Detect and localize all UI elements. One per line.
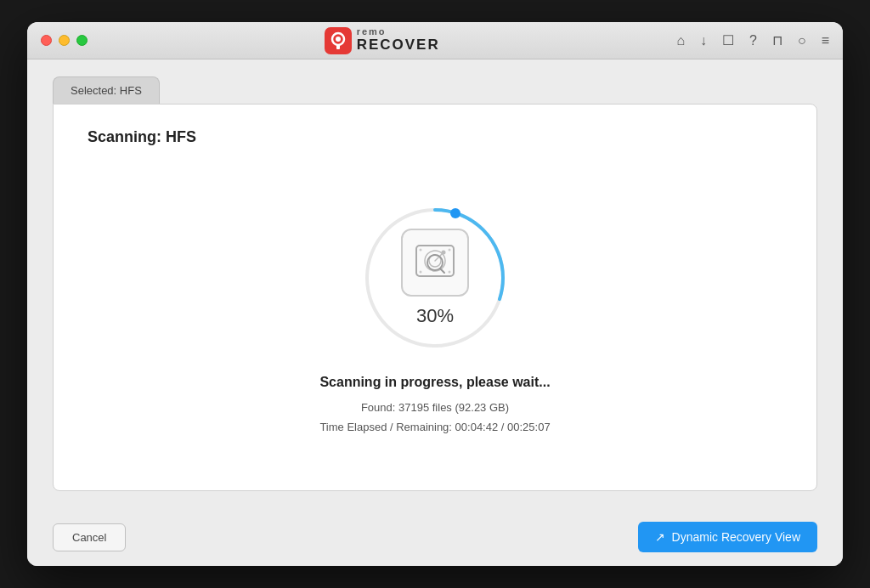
cancel-button[interactable]: Cancel bbox=[53, 523, 126, 551]
circle-inner: 30% bbox=[401, 229, 469, 327]
minimize-button[interactable] bbox=[59, 35, 70, 46]
menu-icon[interactable]: ≡ bbox=[822, 33, 829, 48]
time-label: Time Elapsed / Remaining: 00:04:42 / 00:… bbox=[319, 418, 550, 437]
tab-bar: Selected: HFS bbox=[53, 76, 817, 104]
svg-point-14 bbox=[449, 271, 451, 274]
progress-percent: 30% bbox=[416, 305, 454, 327]
main-window: remo RECOVER ⌂ ↓ ☐ ? ⊓ ○ ≡ Selected: HFS… bbox=[27, 22, 843, 566]
maximize-button[interactable] bbox=[76, 35, 88, 46]
svg-point-12 bbox=[449, 249, 451, 252]
progress-circle-container: 30% bbox=[359, 201, 511, 354]
home-icon[interactable]: ⌂ bbox=[676, 33, 685, 48]
stats-text: Found: 37195 files (92.23 GB) Time Elaps… bbox=[319, 399, 550, 436]
progress-area: 30% Scanning in progress, please wait...… bbox=[88, 172, 782, 466]
disk-icon bbox=[413, 240, 457, 285]
svg-point-11 bbox=[420, 249, 422, 252]
main-content: Selected: HFS Scanning: HFS bbox=[27, 59, 843, 508]
expand-icon: ↗ bbox=[655, 530, 665, 544]
help-icon[interactable]: ? bbox=[749, 33, 757, 48]
svg-rect-3 bbox=[336, 44, 340, 49]
svg-point-13 bbox=[420, 271, 422, 274]
svg-line-16 bbox=[440, 269, 444, 273]
app-logo-icon bbox=[325, 27, 352, 54]
save-icon[interactable]: ↓ bbox=[700, 33, 707, 48]
titlebar-actions: ⌂ ↓ ☐ ? ⊓ ○ ≡ bbox=[676, 32, 829, 48]
content-panel: Scanning: HFS bbox=[53, 104, 817, 491]
svg-point-2 bbox=[336, 37, 341, 42]
selected-tab[interactable]: Selected: HFS bbox=[53, 76, 160, 104]
close-button[interactable] bbox=[41, 35, 52, 46]
titlebar: remo RECOVER ⌂ ↓ ☐ ? ⊓ ○ ≡ bbox=[27, 22, 843, 59]
found-label: Found: 37195 files (92.23 GB) bbox=[319, 399, 550, 417]
app-title: remo RECOVER bbox=[357, 27, 440, 54]
dynamic-recovery-button[interactable]: ↗ Dynamic Recovery View bbox=[638, 522, 817, 552]
app-logo-area: remo RECOVER bbox=[325, 27, 440, 54]
dynamic-recovery-label: Dynamic Recovery View bbox=[672, 530, 800, 544]
svg-point-10 bbox=[442, 251, 446, 255]
user-icon[interactable]: ○ bbox=[798, 33, 806, 48]
bottom-bar: Cancel ↗ Dynamic Recovery View bbox=[27, 508, 843, 566]
progress-dot bbox=[450, 208, 460, 218]
disk-icon-container bbox=[401, 229, 469, 297]
traffic-lights bbox=[41, 35, 88, 46]
file-icon[interactable]: ☐ bbox=[722, 32, 734, 48]
panel-title: Scanning: HFS bbox=[88, 128, 196, 146]
cart-icon[interactable]: ⊓ bbox=[772, 32, 782, 48]
status-text: Scanning in progress, please wait... bbox=[319, 375, 550, 390]
